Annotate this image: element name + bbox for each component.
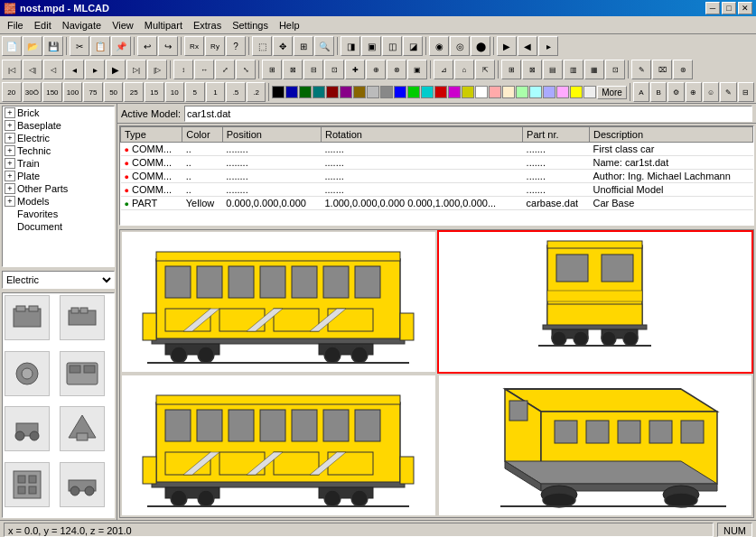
redo-button[interactable]: ↪ [158,36,178,56]
viewport-bottom-left[interactable] [120,374,437,517]
color-red-dark[interactable] [326,86,339,98]
extra-e[interactable]: ☺ [703,82,719,102]
parts-category-select[interactable]: Electric Brick Baseplate Technic Train P… [2,271,115,289]
menu-file[interactable]: File [2,18,29,32]
select-button[interactable]: ⬚ [252,36,272,56]
tb2-2[interactable]: ◁| [23,60,42,79]
extra2[interactable]: ◀ [518,36,537,56]
tb2-7[interactable]: ▷| [126,60,146,79]
tb2-27[interactable]: ▥ [564,60,583,79]
scale-p5[interactable]: .5 [226,82,246,102]
tb2-24[interactable]: ⊞ [501,60,521,79]
save-button[interactable]: 💾 [43,36,63,56]
table-row[interactable]: ● PART Yellow 0.000,0.000,0.000 1.000,0.… [121,197,753,210]
move-button[interactable]: ✥ [273,36,293,56]
tb2-3[interactable]: ◁ [43,60,63,79]
tb2-29[interactable]: ⊡ [605,60,625,79]
tb2-16[interactable]: ⊡ [324,60,344,79]
help-button[interactable]: ? [226,36,246,56]
color-lt-gray2[interactable] [583,86,596,98]
table-row[interactable]: ● COMM... .. ........ ....... ....... Un… [121,183,753,197]
otherparts-expand[interactable]: + [5,183,15,194]
new-button[interactable]: 📄 [2,36,22,56]
color-blue[interactable] [394,86,406,98]
plate-expand[interactable]: + [5,171,15,181]
grid-button[interactable]: ⊞ [294,36,313,56]
color-teal[interactable] [313,86,325,98]
scale-150[interactable]: 150 [42,82,62,102]
tb2-17[interactable]: ✚ [345,60,365,79]
col-color[interactable]: Color [182,127,222,143]
col-rotation[interactable]: Rotation [321,127,522,143]
active-model-input[interactable] [184,106,752,122]
solid-button[interactable]: ⬤ [471,36,490,56]
copy-button[interactable]: 📋 [90,36,110,56]
view2-button[interactable]: ▣ [361,36,381,56]
scale-50[interactable]: 50 [104,82,124,102]
color-gray-mid[interactable] [380,86,393,98]
tb2-18[interactable]: ⊕ [366,60,386,79]
electric-expand[interactable]: + [5,133,15,144]
scale-15[interactable]: 15 [145,82,164,102]
tb2-11[interactable]: ⤢ [215,60,235,79]
tree-item-plate[interactable]: + Plate [3,170,114,182]
extra-d[interactable]: ⊕ [686,82,702,102]
color-purple[interactable] [340,86,352,98]
extra-g[interactable]: ⊟ [738,82,754,102]
scale-100[interactable]: 100 [63,82,83,102]
col-type[interactable]: Type [121,127,182,143]
rotate-x-button[interactable]: Rx [184,36,204,56]
menu-help[interactable]: Help [274,18,305,32]
tb2-12[interactable]: ⤡ [236,60,256,79]
tree-item-electric[interactable]: + Electric [3,132,114,144]
viewport-top-right[interactable] [437,230,754,374]
color-lt-cyan[interactable] [529,86,542,98]
tb2-32[interactable]: ⊛ [673,60,693,79]
tb2-8[interactable]: |▷ [147,60,167,79]
part-thumb-1[interactable] [60,295,105,340]
view3-button[interactable]: ◫ [382,36,402,56]
scale-20-0[interactable]: 20 [2,82,22,102]
tb2-9[interactable]: ↕ [173,60,193,79]
table-row[interactable]: ● COMM... .. ........ ....... ....... Na… [121,156,753,170]
close-button[interactable]: ✕ [738,2,752,14]
tb2-4[interactable]: ◂ [64,60,84,79]
tree-item-technic[interactable]: + Technic [3,144,114,157]
scale-5[interactable]: 5 [185,82,205,102]
tree-item-favorites[interactable]: Favorites [3,208,114,220]
view4-button[interactable]: ◪ [403,36,423,56]
scale-25[interactable]: 25 [124,82,144,102]
scale-75[interactable]: 75 [83,82,103,102]
color-green[interactable] [407,86,420,98]
color-bright-yellow[interactable] [570,86,583,98]
tb2-19[interactable]: ⊗ [387,60,406,79]
color-black[interactable] [272,86,285,98]
tb2-15[interactable]: ⊟ [303,60,323,79]
render-button[interactable]: ◉ [429,36,449,56]
undo-button[interactable]: ↩ [137,36,157,56]
technic-expand[interactable]: + [5,145,15,156]
color-cyan[interactable] [421,86,434,98]
color-lt-magenta[interactable] [556,86,569,98]
open-button[interactable]: 📂 [23,36,42,56]
viewport-bottom-right[interactable] [437,374,754,517]
part-thumb-3[interactable] [60,351,105,396]
wire-button[interactable]: ◎ [450,36,470,56]
cut-button[interactable]: ✂ [70,36,89,56]
more-colors-button[interactable]: More [597,86,627,99]
tb2-31[interactable]: ⌧ [652,60,672,79]
color-brown[interactable] [353,86,366,98]
menu-navigate[interactable]: Navigate [57,18,107,32]
col-desc[interactable]: Description [590,127,753,143]
tb2-6[interactable]: ▶ [106,60,126,79]
tb2-13[interactable]: ⊞ [262,60,282,79]
tb2-21[interactable]: ⊿ [434,60,453,79]
col-position[interactable]: Position [222,127,321,143]
color-white[interactable] [475,86,488,98]
scale-30-0[interactable]: 30Ö [23,82,42,102]
extra3[interactable]: ▸ [538,36,558,56]
extra-b[interactable]: B [650,82,667,102]
tb2-1[interactable]: |◁ [2,60,22,79]
tb2-26[interactable]: ▤ [543,60,563,79]
paste-button[interactable]: 📌 [111,36,131,56]
